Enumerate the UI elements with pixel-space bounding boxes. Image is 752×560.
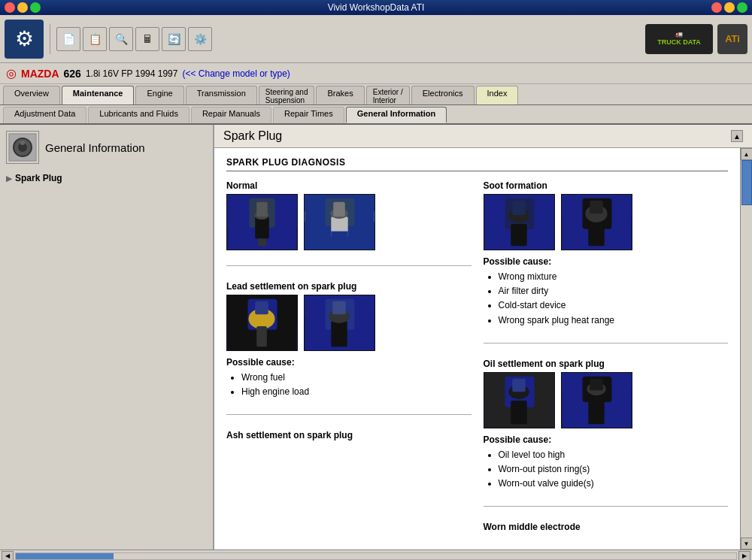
diag-worn: Worn middle electrode [484,522,729,535]
tab-electronics[interactable]: Electronics [411,86,475,104]
sidebar-item-label: Spark Plug [15,173,62,183]
toolbar-btn-doc[interactable]: 📄 [56,27,80,51]
ati-logo: ATi [717,24,747,54]
panel-scroll-up[interactable]: ▲ [731,130,743,142]
oil-cause-3: Worn-out valve guide(s) [499,477,729,491]
subtab-repair-times[interactable]: Repair Times [273,107,344,123]
hscroll-thumb[interactable] [16,553,114,559]
diag-ash: Ash settlement on spark plug [226,430,472,443]
diag-col-right: Soot formation [484,180,729,535]
divider-1 [226,265,472,266]
diag-oil: Oil settlement on spark plug [484,359,729,492]
hscroll-left-btn[interactable]: ◀ [2,551,14,561]
app-logo: ⚙ [5,20,44,59]
svg-rect-7 [258,238,266,246]
scroll-up-btn[interactable]: ▲ [741,148,753,160]
sidebar-header: General Information [0,125,213,170]
tab-brakes[interactable]: Brakes [316,86,364,104]
subtab-general-info[interactable]: General Information [346,107,447,123]
spark-soot-img-2 [561,194,632,250]
close-button[interactable] [5,2,15,13]
tab-overview[interactable]: Overview [3,86,60,104]
toolbar-btn-refresh[interactable]: 🔄 [162,27,186,51]
panel-main-scroll[interactable]: Spark plug diagnosis Normal [214,148,740,549]
oil-cause-list: Oil level too high Worn-out piston ring(… [484,448,729,492]
brand-icon: ◎ [6,66,17,80]
svg-rect-40 [512,379,526,392]
win-maximize-button[interactable] [737,2,747,13]
win-minimize-button[interactable] [724,2,735,13]
subtab-repair-manuals[interactable]: Repair Manuals [191,107,271,123]
subtab-lubricants[interactable]: Lubricants and Fluids [88,107,190,123]
tab-maintenance[interactable]: Maintenance [62,86,135,104]
svg-rect-25 [332,301,346,315]
toolbar-right: 🚛TRUCK DATA ATi [645,24,747,54]
minimize-button[interactable] [17,2,28,13]
sub-tabs: Adjustment Data Lubricants and Fluids Re… [0,105,752,125]
hscroll-track [15,552,737,560]
toolbar-separator [50,24,50,54]
tab-steering[interactable]: Steering andSuspension [259,86,315,104]
diag-worn-label: Worn middle electrode [484,522,729,532]
diag-oil-label: Oil settlement on spark plug [484,359,729,369]
spark-normal-img-2 [304,194,375,250]
sidebar-item-spark-plug[interactable]: ▶ Spark Plug [0,170,213,186]
soot-cause-4: Wrong spark plug heat range [499,313,729,328]
change-model-link[interactable]: (<< Change model or type) [182,68,290,79]
hscroll-right-btn[interactable]: ▶ [738,551,750,561]
panel-scrollbar: ▲ ▼ [740,148,752,549]
lead-cause-1: Wrong fuel [241,371,472,385]
toolbar-btn-magnify[interactable]: 🔍 [109,27,133,51]
toolbar-btn-calc[interactable]: 🖩 [135,27,159,51]
tab-transmission[interactable]: Transmission [186,86,257,104]
diag-normal-images [226,194,472,250]
tab-engine[interactable]: Engine [135,86,183,104]
maximize-button[interactable] [30,2,41,13]
sidebar: General Information ▶ Spark Plug [0,125,214,549]
truck-logo: 🚛TRUCK DATA [645,24,713,54]
diag-normal: Normal [226,180,472,250]
oil-cause-1: Oil level too high [499,448,729,462]
bottom-scrollbar: ◀ ▶ [0,549,752,560]
svg-rect-6 [255,216,268,238]
toolbar: ⚙ 📄 📋 🔍 🖩 🔄 ⚙️ 🚛TRUCK DATA ATi [0,15,752,63]
scrollbar-thumb[interactable] [741,160,752,205]
spark-oil-img-1 [484,372,555,428]
svg-rect-19 [256,326,267,347]
scroll-down-btn[interactable]: ▼ [741,537,753,549]
svg-point-3 [20,141,25,145]
svg-rect-15 [333,202,345,216]
diag-lead-images [226,295,472,351]
soot-cause-section: Possible cause: Wrong mixture Air filter… [484,256,729,328]
diag-lead: Lead settlement on spark plug [226,281,472,399]
scrollbar-track [741,160,752,537]
content-area: General Information ▶ Spark Plug Spark P… [0,125,752,549]
app-title: Vivid WorkshopData ATI [328,2,425,13]
diag-lead-label: Lead settlement on spark plug [226,281,472,292]
main-tabs: Overview Maintenance Engine Transmission… [0,84,752,105]
car-model: 626 [64,68,81,80]
main-panel: Spark Plug ▲ Spark plug diagnosis Normal [214,125,752,549]
toolbar-btn-clipboard[interactable]: 📋 [83,27,107,51]
diag-col-left: Normal [226,180,472,535]
subtab-adjustment[interactable]: Adjustment Data [3,107,86,123]
car-info-bar: ◎ MAZDA 626 1.8i 16V FP 1994 1997 (<< Ch… [0,63,752,84]
lead-cause-2: High engine load [241,385,472,399]
oil-cause-title: Possible cause: [484,434,729,445]
toolbar-btn-settings[interactable]: ⚙️ [188,27,212,51]
panel-content: Spark plug diagnosis Normal [214,148,752,549]
svg-rect-13 [331,232,347,246]
car-brand: MAZDA [21,68,59,80]
svg-rect-23 [331,321,347,347]
svg-rect-35 [590,201,603,214]
section-header: Spark plug diagnosis [226,157,728,171]
divider-2 [484,343,729,344]
divider-3 [226,414,472,415]
diag-oil-images [484,372,729,428]
spark-lead-img-2 [304,295,375,351]
win-close-button[interactable] [711,2,722,13]
tab-index[interactable]: Index [476,86,519,104]
spark-oil-img-2 [561,372,632,428]
spark-normal-img-1 [226,194,298,250]
tab-exterior[interactable]: Exterior /Interior [366,86,410,104]
